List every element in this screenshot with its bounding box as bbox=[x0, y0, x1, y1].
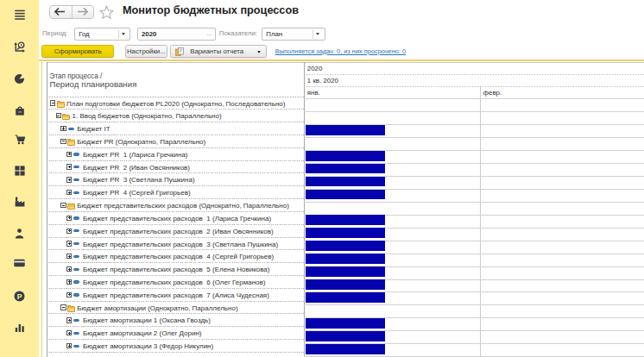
svg-text:Р: Р bbox=[17, 291, 22, 300]
